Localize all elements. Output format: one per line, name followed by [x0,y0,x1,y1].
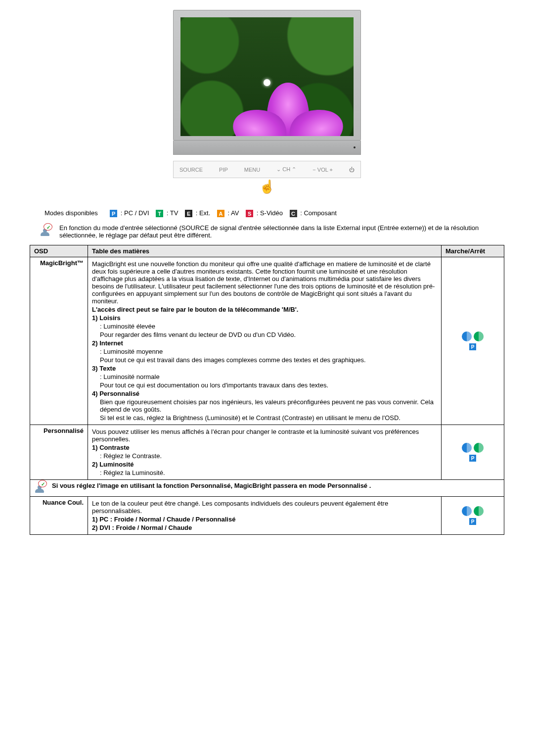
row-magicbright-label: MagicBright™ [30,257,88,425]
mode-p-icon: P [110,210,117,217]
mb-opt2-b: Pour tout ce qui est travail dans des im… [92,356,437,364]
row-nuance: Nuance Coul. Le ton de la couleur peut ê… [30,497,504,535]
mb-toggle-icons: P [445,331,500,350]
modes-label: Modes disponibles [44,209,98,217]
mode-p-mini-icon: P [469,518,476,525]
mode-c-text: : Composant [300,209,337,217]
mode-s-icon: S [246,210,253,217]
mb-opt3-h: 3) Texte [92,365,437,372]
mb-opt4-h: 4) Personnalisé [92,390,437,397]
mode-a-icon: A [217,210,224,217]
mode-p-mini-icon: P [469,455,476,462]
half-circle-green-icon [474,443,484,453]
btn-vol-down: − [312,167,315,173]
btn-menu: MENU [244,167,260,173]
hint-icon: ✓ [40,225,50,236]
note-top: ✓ En fonction du mode d'entrée sélection… [30,224,504,239]
half-circle-blue-icon [462,443,472,453]
nuance-intro: Le ton de la couleur peut être changé. L… [92,500,437,515]
mb-opt2-h: 2) Internet [92,339,437,347]
monitor-illustration: SOURCE PIP MENU ⌄ CH ⌃ − VOL + ⏻ ☝ [30,10,504,194]
perso-opt1-h: 1) Contraste [92,444,437,451]
mb-opt3-a: : Luminosité normale [92,373,437,380]
row-note-mid: ✓ Si vous réglez l'image en utilisant la… [30,480,504,497]
mode-s-text: : S-Vidéo [257,209,283,217]
mode-t-icon: T [156,210,163,217]
note-top-text: En fonction du mode d'entrée sélectionné… [59,224,494,239]
perso-opt2-a: : Réglez la Luminosité. [92,469,437,476]
mb-opt2-a: : Luminosité moyenne [92,348,437,355]
perso-opt2-h: 2) Luminosité [92,461,437,468]
mode-p-text: : PC / DVI [121,209,149,217]
half-circle-green-icon [474,506,484,516]
th-osd: OSD [30,245,88,257]
row-personnalise: Personnalisé Vous pouvez utiliser les me… [30,425,504,480]
perso-toggle-icons: P [445,443,500,462]
monitor-screen [180,17,354,136]
btn-power-icon: ⏻ [349,167,355,173]
btn-ch-up: ⌃ [292,166,296,172]
mode-c-icon: C [290,210,297,217]
mb-direct: L'accès direct peut se faire par le bout… [92,306,437,313]
btn-source: SOURCE [179,167,203,173]
row-magicbright: MagicBright™ MagicBright est une nouvell… [30,257,504,425]
th-toc: Table des matières [88,245,442,257]
mb-opt1-h: 1) Loisirs [92,314,437,322]
half-circle-blue-icon [462,331,472,341]
mb-opt4-b: Si tel est le cas, réglez la Brightness … [92,414,437,422]
row-nuance-label: Nuance Coul. [30,497,88,535]
mb-opt1-a: : Luminosité élevée [92,323,437,330]
modes-line: Modes disponibles P : PC / DVI T : TV E … [44,209,504,217]
hint-icon: ✓ [34,482,45,493]
mode-a-text: : AV [228,209,239,217]
mb-opt4-a: Bien que rigoureusement choisies par nos… [92,398,437,413]
th-onoff: Marche/Arrêt [442,245,504,257]
btn-pip: PIP [219,167,228,173]
hand-pointer-icon: ☝ [173,179,361,194]
nuance-opt2: 2) DVI : Froide / Normal / Chaude [92,524,437,531]
half-circle-blue-icon [462,506,472,516]
mode-p-mini-icon: P [469,343,476,350]
btn-vol-label: VOL [317,167,328,173]
monitor-button-row: SOURCE PIP MENU ⌄ CH ⌃ − VOL + ⏻ [173,161,361,178]
mode-t-text: : TV [167,209,178,217]
mode-e-text: : Ext. [196,209,211,217]
osd-table: OSD Table des matières Marche/Arrêt Magi… [30,245,504,535]
monitor-speaker-bar [173,141,361,155]
btn-vol-up: + [330,167,333,173]
note-mid-text: Si vous réglez l'image en utilisant la f… [52,482,371,489]
mb-intro: MagicBright est une nouvelle fonction du… [92,260,437,305]
btn-ch-down: ⌄ [276,166,281,172]
mb-opt1-b: Pour regarder des films venant du lecteu… [92,331,437,338]
perso-opt1-a: : Réglez le Contraste. [92,452,437,460]
mb-opt3-b: Pour tout ce qui est documentation ou lo… [92,381,437,389]
half-circle-green-icon [474,331,484,341]
nuance-toggle-icons: P [445,506,500,525]
perso-intro: Vous pouvez utiliser les menus affichés … [92,428,437,443]
btn-ch-label: CH [282,166,290,172]
row-personnalise-label: Personnalisé [30,425,88,480]
mode-e-icon: E [185,210,192,217]
nuance-opt1: 1) PC : Froide / Normal / Chaude / Perso… [92,516,437,523]
